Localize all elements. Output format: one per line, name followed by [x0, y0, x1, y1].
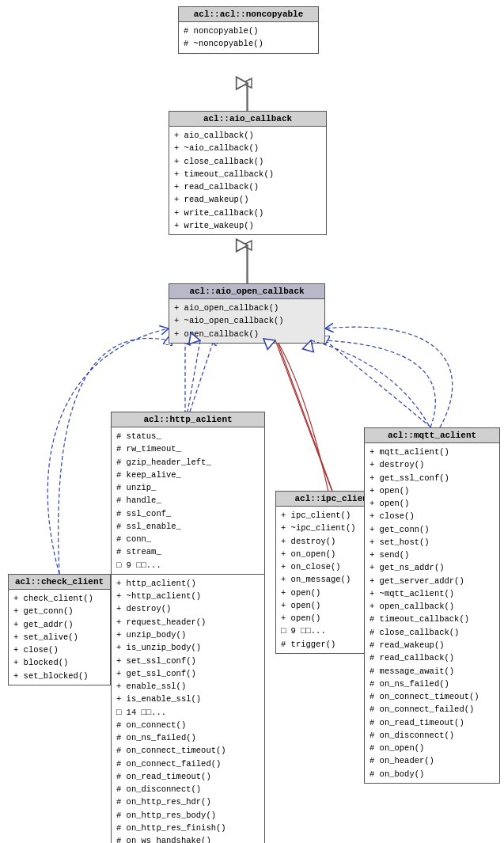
noncopyable-title: acl::acl::noncopyable [179, 7, 318, 22]
svg-line-4 [277, 340, 332, 491]
svg-line-3 [325, 340, 431, 427]
http-aclient-title: acl::http_aclient [112, 412, 264, 427]
diagram: acl::acl::noncopyable # noncopyable() # … [0, 0, 504, 843]
aio-open-callback-box: acl::aio_open_callback + aio_open_callba… [169, 283, 325, 344]
mqtt-aclient-methods: + mqtt_aclient() + destroy() + get_ssl_c… [365, 443, 499, 783]
check-client-box: acl::check_client + check_client() + get… [8, 574, 111, 685]
aio-open-callback-title: acl::aio_open_callback [169, 284, 324, 299]
aio-open-callback-methods: + aio_open_callback() + ~aio_open_callba… [169, 299, 324, 343]
mqtt-aclient-title: acl::mqtt_aclient [365, 428, 499, 443]
aio-callback-box: acl::aio_callback + aio_callback() + ~ai… [169, 111, 327, 235]
aio-callback-title: acl::aio_callback [169, 112, 326, 127]
http-aclient-methods: + http_aclient() + ~http_aclient() + des… [112, 575, 264, 843]
svg-line-14 [275, 340, 332, 492]
noncopyable-methods: # noncopyable() # ~noncopyable() [179, 22, 318, 53]
aio-callback-methods: + aio_callback() + ~aio_callback() + clo… [169, 127, 326, 234]
svg-line-13 [188, 340, 200, 412]
http-aclient-box: acl::http_aclient # status_ # rw_timeout… [111, 412, 265, 843]
check-client-methods: + check_client() + get_conn() + get_addr… [9, 590, 110, 685]
check-client-title: acl::check_client [9, 575, 110, 590]
mqtt-aclient-box: acl::mqtt_aclient + mqtt_aclient() + des… [364, 427, 500, 784]
noncopyable-box: acl::acl::noncopyable # noncopyable() # … [178, 6, 319, 54]
http-aclient-fields: # status_ # rw_timeout_ # gzip_header_le… [112, 427, 264, 575]
